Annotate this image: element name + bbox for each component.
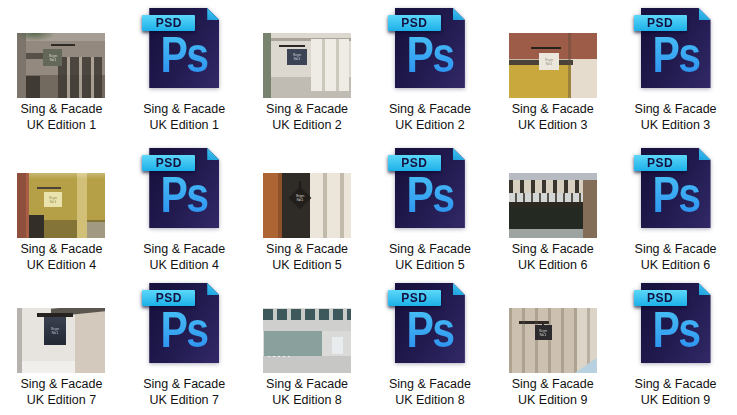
psd-file-icon: PSD Ps bbox=[641, 8, 711, 88]
psd-file-icon: PSD Ps bbox=[641, 283, 711, 363]
folded-corner-icon bbox=[207, 283, 219, 295]
facade-photo-thumbnail: Sign№1 bbox=[509, 33, 597, 98]
folded-corner-icon bbox=[699, 283, 711, 295]
file-name: Sing & FacadeUK Edition 6 bbox=[635, 242, 717, 280]
photoshop-logo: Ps bbox=[401, 170, 458, 220]
facade-photo-thumbnail bbox=[263, 308, 351, 373]
psd-file-icon: PSD Ps bbox=[149, 283, 219, 363]
file-name: Sing & FacadeUK Edition 4 bbox=[20, 242, 102, 280]
file-name: Sing & FacadeUK Edition 3 bbox=[635, 102, 717, 140]
photoshop-logo: Ps bbox=[156, 305, 213, 355]
facade-photo-thumbnail: Sign№1 bbox=[17, 33, 105, 98]
facade-photo-thumbnail: Sign№1 bbox=[17, 173, 105, 238]
hanging-sign: Sign№1 bbox=[289, 187, 312, 210]
folded-corner-icon bbox=[453, 8, 465, 20]
thumbnail-item-edition-2[interactable]: Sign№1 Sing & FacadeUK Edition 2 bbox=[246, 0, 369, 140]
hanging-sign: Sign№1 bbox=[44, 317, 66, 345]
file-name: Sing & FacadeUK Edition 9 bbox=[512, 377, 594, 415]
photoshop-logo: Ps bbox=[401, 30, 458, 80]
hanging-sign: Sign№1 bbox=[43, 49, 62, 66]
thumbnail-item-edition-1[interactable]: Sign№1 Sing & FacadeUK Edition 1 bbox=[0, 0, 123, 140]
thumbnail-item-edition-4[interactable]: Sign№1 Sing & FacadeUK Edition 4 bbox=[0, 140, 123, 280]
psd-item-edition-8[interactable]: PSD Ps Sing & FacadeUK Edition 8 bbox=[368, 280, 491, 415]
facade-photo-thumbnail: Sign№1 bbox=[263, 173, 351, 238]
psd-file-icon: PSD Ps bbox=[395, 8, 465, 88]
facade-photo-thumbnail: Sign№1 bbox=[509, 308, 597, 373]
psd-file-icon: PSD Ps bbox=[149, 148, 219, 228]
thumbnail-item-edition-3[interactable]: Sign№1 Sing & FacadeUK Edition 3 bbox=[491, 0, 614, 140]
psd-item-edition-9[interactable]: PSD Ps Sing & FacadeUK Edition 9 bbox=[614, 280, 737, 415]
psd-file-icon: PSD Ps bbox=[395, 283, 465, 363]
folded-corner-icon bbox=[699, 8, 711, 20]
psd-item-edition-2[interactable]: PSD Ps Sing & FacadeUK Edition 2 bbox=[368, 0, 491, 140]
file-name: Sing & FacadeUK Edition 4 bbox=[143, 242, 225, 280]
file-name: Sing & FacadeUK Edition 8 bbox=[389, 377, 471, 415]
psd-item-edition-7[interactable]: PSD Ps Sing & FacadeUK Edition 7 bbox=[123, 280, 246, 415]
thumbnail-item-edition-5[interactable]: Sign№1 Sing & FacadeUK Edition 5 bbox=[246, 140, 369, 280]
photoshop-logo: Ps bbox=[156, 170, 213, 220]
psd-item-edition-4[interactable]: PSD Ps Sing & FacadeUK Edition 4 bbox=[123, 140, 246, 280]
photoshop-logo: Ps bbox=[401, 305, 458, 355]
folded-corner-icon bbox=[207, 8, 219, 20]
psd-item-edition-6[interactable]: PSD Ps Sing & FacadeUK Edition 6 bbox=[614, 140, 737, 280]
hanging-sign: Sign№1 bbox=[287, 49, 307, 65]
file-name: Sing & FacadeUK Edition 7 bbox=[143, 377, 225, 415]
file-name: Sing & FacadeUK Edition 5 bbox=[266, 242, 348, 280]
file-name: Sing & FacadeUK Edition 3 bbox=[512, 102, 594, 140]
file-name: Sing & FacadeUK Edition 2 bbox=[266, 102, 348, 140]
psd-file-icon: PSD Ps bbox=[395, 148, 465, 228]
file-name: Sing & FacadeUK Edition 1 bbox=[143, 102, 225, 140]
file-name: Sing & FacadeUK Edition 5 bbox=[389, 242, 471, 280]
file-name: Sing & FacadeUK Edition 8 bbox=[266, 377, 348, 415]
facade-photo-thumbnail: Sign№1 bbox=[263, 33, 351, 98]
hanging-sign: Sign№1 bbox=[44, 192, 62, 207]
facade-photo-thumbnail: Sign№1 bbox=[17, 308, 105, 373]
thumbnail-item-edition-9[interactable]: Sign№1 Sing & FacadeUK Edition 9 bbox=[491, 280, 614, 415]
file-name: Sing & FacadeUK Edition 7 bbox=[20, 377, 102, 415]
file-name: Sing & FacadeUK Edition 9 bbox=[635, 377, 717, 415]
psd-item-edition-3[interactable]: PSD Ps Sing & FacadeUK Edition 3 bbox=[614, 0, 737, 140]
hanging-sign: Sign№1 bbox=[535, 325, 552, 340]
file-name: Sing & FacadeUK Edition 1 bbox=[20, 102, 102, 140]
hanging-sign: Sign№1 bbox=[539, 53, 559, 70]
folded-corner-icon bbox=[453, 283, 465, 295]
photoshop-logo: Ps bbox=[647, 30, 704, 80]
photoshop-logo: Ps bbox=[647, 170, 704, 220]
photoshop-logo: Ps bbox=[156, 30, 213, 80]
thumbnail-item-edition-8[interactable]: Sing & FacadeUK Edition 8 bbox=[246, 280, 369, 415]
psd-file-icon: PSD Ps bbox=[149, 8, 219, 88]
photoshop-logo: Ps bbox=[647, 305, 704, 355]
thumbnail-item-edition-6[interactable]: Sing & FacadeUK Edition 6 bbox=[491, 140, 614, 280]
file-name: Sing & FacadeUK Edition 6 bbox=[512, 242, 594, 280]
psd-file-icon: PSD Ps bbox=[641, 148, 711, 228]
file-icon-grid: Sign№1 Sing & FacadeUK Edition 1 PSD Ps … bbox=[0, 0, 737, 415]
file-name: Sing & FacadeUK Edition 2 bbox=[389, 102, 471, 140]
psd-item-edition-5[interactable]: PSD Ps Sing & FacadeUK Edition 5 bbox=[368, 140, 491, 280]
facade-photo-thumbnail bbox=[509, 173, 597, 238]
thumbnail-item-edition-7[interactable]: Sign№1 Sing & FacadeUK Edition 7 bbox=[0, 280, 123, 415]
folded-corner-icon bbox=[699, 148, 711, 160]
folded-corner-icon bbox=[453, 148, 465, 160]
psd-item-edition-1[interactable]: PSD Ps Sing & FacadeUK Edition 1 bbox=[123, 0, 246, 140]
folded-corner-icon bbox=[207, 148, 219, 160]
